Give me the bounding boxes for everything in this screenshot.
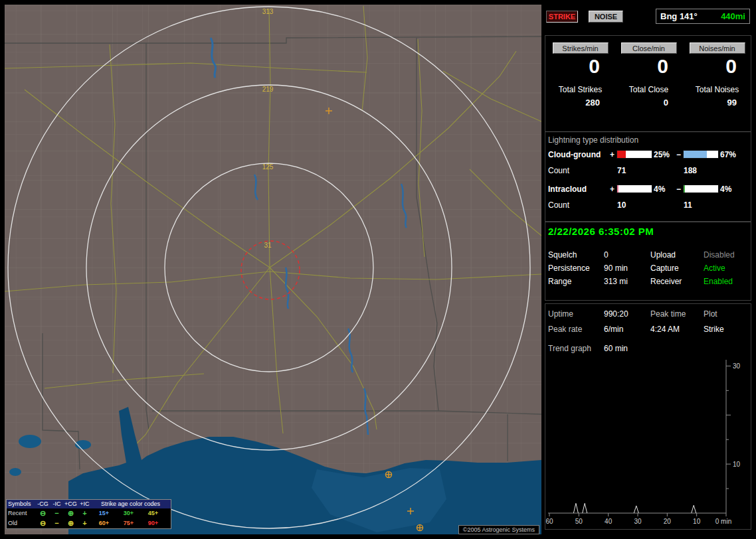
legend-col-neg-cg: -CG xyxy=(36,500,50,508)
close-per-min-button[interactable]: Close/min xyxy=(621,42,677,54)
pos-cg-old-icon: ⊕ xyxy=(64,518,78,528)
neg-cg-old-icon: ⊖ xyxy=(36,518,50,528)
capture-value: Active xyxy=(704,264,725,273)
minus-sign: − xyxy=(676,150,681,159)
legend-col-pos-ic: +IC xyxy=(78,500,92,508)
age-code-75: 75+ xyxy=(116,518,141,528)
strikes-per-min-value: 0 xyxy=(546,55,614,78)
svg-text:10: 10 xyxy=(733,461,741,468)
svg-text:30: 30 xyxy=(733,362,741,370)
legend-col-pos-cg: +CG xyxy=(64,500,78,508)
upload-value: Disabled xyxy=(704,250,735,260)
range-value: 313 mi xyxy=(604,277,628,286)
range-label-313: 313 xyxy=(262,8,274,15)
peak-rate-label: Peak rate xyxy=(548,325,582,334)
legend-header: Symbols -CG -IC +CG +IC Strike age color… xyxy=(7,500,171,508)
count-label: Count xyxy=(548,166,569,175)
session-section: Uptime 990:20 Peak time Plot Peak rate 6… xyxy=(545,303,751,530)
cloud-ground-plus-count: 71 xyxy=(617,166,626,175)
copyright-notice: ©2005 Astrogenic Systems xyxy=(458,525,539,534)
mode-toolbar: STRIKE NOISE Bng 141° 440mi xyxy=(545,5,751,27)
minus-sign: − xyxy=(676,185,681,194)
capture-label: Capture xyxy=(650,264,679,273)
age-code-15: 15+ xyxy=(92,508,116,518)
plus-sign: + xyxy=(610,185,614,194)
total-strikes-label: Total Strikes xyxy=(546,85,614,94)
svg-text:40: 40 xyxy=(605,518,613,525)
plot-value: Strike xyxy=(704,325,724,334)
neg-ic-old-icon: − xyxy=(50,518,64,528)
peak-rate-value: 6/min xyxy=(604,325,623,334)
uptime-label: Uptime xyxy=(548,309,573,319)
neg-ic-recent-icon: − xyxy=(50,508,64,518)
total-noises-value: 99 xyxy=(683,98,751,108)
trend-graph-row: Trend graph 60 min xyxy=(545,344,751,357)
svg-text:10: 10 xyxy=(693,518,701,525)
map-canvas[interactable]: 313 219 125 31 xyxy=(5,5,541,534)
status-row: Persistence 90 min Capture Active xyxy=(545,264,751,277)
pos-ic-old-icon: + xyxy=(78,518,92,528)
cloud-ground-count-row: Count 71 188 xyxy=(545,166,751,177)
section-divider xyxy=(545,131,751,132)
intracloud-plus-count: 10 xyxy=(617,200,626,210)
strike-mode-button[interactable]: STRIKE xyxy=(546,11,578,23)
persistence-label: Persistence xyxy=(548,264,590,273)
peak-time-value: 4:24 AM xyxy=(650,325,680,334)
legend-old-label: Old xyxy=(8,518,36,528)
intracloud-count-row: Count 10 11 xyxy=(545,200,751,211)
intracloud-label: Intracloud xyxy=(548,185,587,194)
total-close-label: Total Close xyxy=(614,85,683,94)
age-code-30: 30+ xyxy=(116,508,141,518)
status-section: 2/22/2026 6:35:02 PM Squelch 0 Upload Di… xyxy=(545,222,751,301)
upload-label: Upload xyxy=(650,250,676,260)
intracloud-minus-pct: 4% xyxy=(720,185,731,194)
neg-cg-recent-icon: ⊖ xyxy=(36,508,50,518)
range-label-31: 31 xyxy=(264,242,272,249)
map-legend: Symbols -CG -IC +CG +IC Strike age color… xyxy=(6,499,171,529)
svg-text:0 min: 0 min xyxy=(715,518,731,525)
strikes-column: Strikes/min 0 Total Strikes 280 xyxy=(546,42,614,108)
app-window: { "toolbar": {"strike": "STRIKE", "noise… xyxy=(0,0,756,539)
range-label: Range xyxy=(548,277,571,286)
bearing-value: Bng 141° xyxy=(660,11,698,21)
age-code-90: 90+ xyxy=(141,518,165,528)
legend-row-recent: Recent ⊖ − ⊕ + 15+ 30+ 45+ xyxy=(7,508,171,518)
strikes-per-min-button[interactable]: Strikes/min xyxy=(553,42,609,54)
trend-graph-chart: 6050403020100 min3010 xyxy=(545,357,751,528)
svg-text:50: 50 xyxy=(575,518,583,525)
legend-symbols-header: Symbols xyxy=(8,500,36,508)
svg-text:20: 20 xyxy=(664,518,672,525)
distribution-title: Lightning type distribution xyxy=(548,135,638,145)
squelch-label: Squelch xyxy=(548,250,577,260)
legend-recent-label: Recent xyxy=(8,508,36,518)
squelch-value: 0 xyxy=(604,250,609,260)
legend-row-old: Old ⊖ − ⊕ + 60+ 75+ 90+ xyxy=(7,518,171,528)
trend-graph-value: 60 min xyxy=(604,344,628,353)
bearing-distance: 440mi xyxy=(721,11,745,21)
age-code-60: 60+ xyxy=(92,518,116,528)
trend-graph-label: Trend graph xyxy=(548,344,591,353)
session-row: Uptime 990:20 Peak time Plot xyxy=(545,309,751,323)
datetime-display: 2/22/2026 6:35:02 PM xyxy=(548,226,654,237)
intracloud-minus-count: 11 xyxy=(684,200,692,210)
intracloud-minus-bar xyxy=(683,185,719,193)
total-noises-label: Total Noises xyxy=(683,85,751,94)
cloud-ground-row: Cloud-ground + 25% − 67% xyxy=(545,150,751,161)
noise-mode-button[interactable]: NOISE xyxy=(589,11,623,23)
control-panel: STRIKE NOISE Bng 141° 440mi Strikes/min … xyxy=(545,5,751,534)
range-label-219: 219 xyxy=(262,86,274,93)
noises-per-min-button[interactable]: Noises/min xyxy=(690,42,745,54)
cloud-ground-minus-count: 188 xyxy=(684,166,697,175)
svg-text:60: 60 xyxy=(545,518,553,525)
legend-age-header: Strike age color codes xyxy=(92,500,169,508)
cloud-ground-minus-bar xyxy=(683,150,719,159)
cloud-ground-plus-pct: 25% xyxy=(654,150,670,159)
pos-ic-recent-icon: + xyxy=(78,508,92,518)
range-label-125: 125 xyxy=(262,163,274,171)
bearing-display: Bng 141° 440mi xyxy=(656,9,750,24)
receiver-value: Enabled xyxy=(704,277,733,286)
total-close-value: 0 xyxy=(614,98,683,108)
noises-column: Noises/min 0 Total Noises 99 xyxy=(683,42,751,108)
legend-col-neg-ic: -IC xyxy=(50,500,64,508)
age-code-45: 45+ xyxy=(141,508,165,518)
